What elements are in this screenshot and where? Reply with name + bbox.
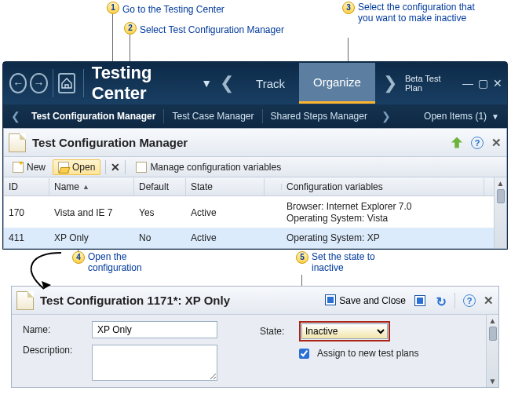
name-input[interactable]: [92, 321, 217, 338]
state-select-wrap: Inactive: [299, 321, 390, 341]
config-detail-panel: Test Configuration 1171*: XP Only Save a…: [11, 286, 499, 388]
app-title-dropdown-icon[interactable]: ▼: [201, 77, 212, 89]
table-row[interactable]: 411 XP Only No Active Operating System: …: [4, 228, 494, 248]
assign-checkbox[interactable]: [299, 349, 309, 359]
table-row[interactable]: 170 Vista and IE 7 Yes Active Browser: I…: [4, 196, 494, 228]
config-vars-cell: Browser: Internet Explorer 7.0 Operating…: [282, 196, 484, 229]
window-minimize-icon[interactable]: —: [462, 77, 473, 89]
callout-3: Select the configuration that you want t…: [358, 2, 484, 24]
assign-label: Assign to new test plans: [317, 348, 418, 359]
open-items-dropdown-icon[interactable]: ▼: [488, 112, 502, 121]
tab-next-icon[interactable]: ❯: [375, 73, 405, 93]
description-input[interactable]: [92, 345, 217, 381]
help-icon[interactable]: ?: [463, 294, 476, 307]
subnav-prev-icon[interactable]: ❮: [8, 110, 24, 122]
vertical-scrollbar[interactable]: ▲▼: [486, 315, 498, 387]
window-maximize-icon[interactable]: ▢: [478, 77, 488, 89]
config-grid: ID Name▲ Default State Configuration var…: [4, 177, 494, 248]
app-window: ← → Testing Center ▼ ❮ Track Organize ❯ …: [2, 61, 508, 250]
subnav-test-configuration-manager[interactable]: Test Configuration Manager: [24, 111, 163, 122]
tab-track[interactable]: Track: [242, 64, 299, 103]
document-icon: [9, 133, 26, 152]
panel-close-icon[interactable]: ✕: [484, 294, 494, 308]
manage-config-vars-button[interactable]: Manage configuration variables: [130, 159, 287, 175]
config-vars-cell: Operating System: XP: [282, 228, 484, 248]
manager-panel-title: Test Configuration Manager: [32, 136, 188, 149]
manager-toolbar: New Open ✕ Manage configuration variable…: [4, 157, 506, 177]
panel-close-icon[interactable]: ✕: [491, 136, 502, 150]
manager-panel: Test Configuration Manager ? ✕ New Open …: [3, 128, 507, 249]
col-state[interactable]: State: [186, 178, 265, 195]
delete-button[interactable]: ✕: [111, 161, 120, 173]
state-select[interactable]: Inactive: [301, 323, 388, 339]
col-config-vars[interactable]: Configuration variables: [282, 178, 484, 195]
subnav-shared-steps-manager[interactable]: Shared Steps Manager: [263, 111, 375, 122]
back-button[interactable]: ←: [9, 73, 27, 93]
callout-4: Open the configuration: [88, 251, 166, 273]
subnav-test-case-manager[interactable]: Test Case Manager: [164, 111, 261, 122]
save-and-close-button[interactable]: Save and Close: [325, 294, 406, 306]
app-title[interactable]: Testing Center: [92, 63, 192, 104]
grid-header: ID Name▲ Default State Configuration var…: [4, 177, 494, 196]
vertical-scrollbar[interactable]: ▲: [494, 177, 506, 248]
subnav-next-icon[interactable]: ❯: [378, 110, 394, 122]
open-button[interactable]: Open: [53, 159, 100, 175]
new-button[interactable]: New: [7, 159, 51, 175]
callout-1: Go to the Testing Center: [122, 4, 224, 15]
title-bar: ← → Testing Center ▼ ❮ Track Organize ❯ …: [3, 62, 507, 104]
col-name[interactable]: Name▲: [49, 178, 134, 195]
test-plan-label[interactable]: Beta Test Plan: [405, 74, 454, 93]
help-icon[interactable]: ?: [471, 137, 484, 149]
open-items[interactable]: Open Items (1): [424, 111, 488, 122]
col-id[interactable]: ID: [4, 178, 49, 195]
forward-button[interactable]: →: [30, 73, 47, 93]
name-label: Name:: [23, 324, 84, 335]
refresh-icon[interactable]: [451, 137, 463, 149]
sub-nav-bar: ❮ Test Configuration Manager Test Case M…: [3, 104, 507, 128]
state-label: State:: [260, 326, 291, 337]
tab-organize[interactable]: Organize: [299, 63, 375, 104]
window-close-icon[interactable]: ✕: [493, 77, 502, 89]
tab-prev-icon[interactable]: ❮: [212, 73, 242, 93]
save-icon[interactable]: [414, 294, 426, 307]
col-default[interactable]: Default: [134, 178, 186, 195]
description-label: Description:: [23, 345, 84, 356]
home-icon[interactable]: [58, 73, 75, 93]
callout-2: Select Test Configuration Manager: [140, 24, 284, 35]
undo-icon[interactable]: ↺: [434, 294, 447, 307]
callout-5: Set the state to inactive: [312, 251, 398, 273]
